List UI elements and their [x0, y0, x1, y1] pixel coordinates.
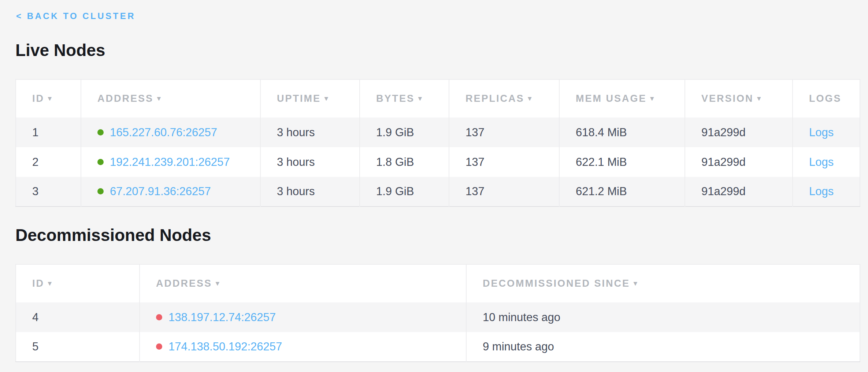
node-live-status-dot — [97, 159, 104, 165]
cell-bytes: 1.9 GiB — [360, 118, 449, 147]
node-decommissioned-status-dot — [156, 314, 162, 320]
sort-arrow-icon: ▾ — [324, 94, 329, 103]
cell-node-id: 1 — [16, 118, 81, 147]
cell-uptime: 3 hours — [260, 177, 360, 207]
node-address-link[interactable]: 192.241.239.201:26257 — [110, 156, 230, 168]
sort-arrow-icon: ▾ — [48, 279, 53, 287]
cell-version: 91a299d — [685, 118, 793, 147]
cell-node-id: 3 — [16, 177, 81, 207]
cell-node-address: 192.241.239.201:26257 — [81, 147, 260, 177]
cell-logs: Logs — [793, 147, 860, 177]
node-address-link[interactable]: 165.227.60.76:26257 — [110, 126, 217, 139]
cell-version: 91a299d — [685, 177, 793, 207]
column-header-bytes[interactable]: BYTES▾ — [360, 79, 449, 118]
table-row: 5 174.138.50.192:26257 9 minutes ago — [16, 332, 860, 362]
cell-node-address: 174.138.50.192:26257 — [140, 332, 466, 362]
column-header-mem-usage[interactable]: MEM USAGE▾ — [559, 79, 685, 118]
column-header-label: ADDRESS — [97, 93, 153, 104]
sort-arrow-icon: ▾ — [528, 94, 533, 103]
cell-bytes: 1.8 GiB — [360, 147, 449, 177]
cell-node-address: 138.197.12.74:26257 — [140, 302, 466, 332]
table-header-row: ID▾ ADDRESS▾ DECOMMISSIONED SINCE▾ — [16, 264, 860, 302]
column-header-uptime[interactable]: UPTIME▾ — [260, 79, 360, 118]
table-row: 4 138.197.12.74:26257 10 minutes ago — [16, 302, 860, 332]
live-nodes-title: Live Nodes — [15, 40, 860, 60]
column-header-replicas[interactable]: REPLICAS▾ — [449, 79, 559, 118]
sort-arrow-icon: ▾ — [650, 94, 655, 103]
column-header-decommissioned-since[interactable]: DECOMMISSIONED SINCE▾ — [466, 264, 860, 302]
column-header-label: ADDRESS — [156, 278, 212, 289]
logs-link[interactable]: Logs — [809, 185, 834, 198]
cell-node-id: 4 — [16, 302, 140, 332]
column-header-label: BYTES — [376, 93, 415, 104]
cell-logs: Logs — [793, 118, 860, 147]
cell-mem-usage: 621.2 MiB — [559, 177, 685, 207]
node-decommissioned-status-dot — [156, 343, 162, 350]
column-header-label: DECOMMISSIONED SINCE — [483, 278, 630, 289]
node-address-link[interactable]: 174.138.50.192:26257 — [168, 340, 282, 353]
column-header-label: LOGS — [809, 93, 842, 104]
back-to-cluster-link[interactable]: < BACK TO CLUSTER — [16, 11, 136, 21]
table-header-row: ID▾ ADDRESS▾ UPTIME▾ BYTES▾ REPLICAS▾ ME… — [16, 79, 860, 118]
cell-decommissioned-since: 9 minutes ago — [466, 332, 860, 362]
column-header-label: VERSION — [701, 93, 754, 104]
column-header-label: ID — [32, 93, 44, 104]
node-live-status-dot — [97, 188, 104, 194]
column-header-label: UPTIME — [277, 93, 321, 104]
column-header-version[interactable]: VERSION▾ — [685, 79, 793, 118]
cell-bytes: 1.9 GiB — [360, 177, 449, 207]
cell-logs: Logs — [793, 177, 860, 207]
cell-node-id: 2 — [16, 147, 81, 177]
cell-version: 91a299d — [685, 147, 793, 177]
column-header-label: REPLICAS — [465, 93, 524, 104]
cell-replicas: 137 — [449, 118, 559, 147]
node-live-status-dot — [97, 129, 104, 135]
table-row: 3 67.207.91.36:26257 3 hours 1.9 GiB 137… — [16, 177, 860, 207]
cell-uptime: 3 hours — [260, 147, 360, 177]
cell-node-id: 5 — [16, 332, 140, 362]
logs-link[interactable]: Logs — [809, 156, 834, 168]
column-header-label: MEM USAGE — [576, 93, 647, 104]
column-header-id[interactable]: ID▾ — [16, 79, 81, 118]
decommissioned-nodes-table: ID▾ ADDRESS▾ DECOMMISSIONED SINCE▾ 4 138… — [15, 264, 860, 362]
column-header-label: ID — [32, 278, 44, 289]
column-header-logs: LOGS — [793, 79, 860, 118]
column-header-id[interactable]: ID▾ — [16, 264, 140, 302]
cell-uptime: 3 hours — [260, 118, 360, 147]
table-row: 1 165.227.60.76:26257 3 hours 1.9 GiB 13… — [16, 118, 860, 147]
cell-node-address: 165.227.60.76:26257 — [81, 118, 260, 147]
decommissioned-nodes-title: Decommissioned Nodes — [15, 225, 860, 245]
sort-arrow-icon: ▾ — [48, 94, 53, 103]
sort-arrow-icon: ▾ — [216, 279, 220, 287]
node-list-page: < BACK TO CLUSTER Live Nodes ID▾ ADDRESS… — [0, 0, 868, 362]
node-address-link[interactable]: 138.197.12.74:26257 — [168, 311, 276, 324]
cell-replicas: 137 — [449, 177, 559, 207]
sort-arrow-icon: ▾ — [757, 94, 762, 103]
table-row: 2 192.241.239.201:26257 3 hours 1.8 GiB … — [16, 147, 860, 177]
cell-mem-usage: 618.4 MiB — [559, 118, 685, 147]
sort-arrow-icon: ▾ — [634, 279, 638, 287]
cell-decommissioned-since: 10 minutes ago — [466, 302, 860, 332]
sort-arrow-icon: ▾ — [157, 94, 162, 103]
cell-replicas: 137 — [449, 147, 559, 177]
live-nodes-table: ID▾ ADDRESS▾ UPTIME▾ BYTES▾ REPLICAS▾ ME… — [15, 79, 860, 207]
cell-node-address: 67.207.91.36:26257 — [81, 177, 260, 207]
node-address-link[interactable]: 67.207.91.36:26257 — [110, 185, 211, 198]
sort-arrow-icon: ▾ — [418, 94, 423, 103]
cell-mem-usage: 622.1 MiB — [559, 147, 685, 177]
column-header-address[interactable]: ADDRESS▾ — [81, 79, 260, 118]
column-header-address[interactable]: ADDRESS▾ — [140, 264, 466, 302]
logs-link[interactable]: Logs — [809, 126, 834, 139]
